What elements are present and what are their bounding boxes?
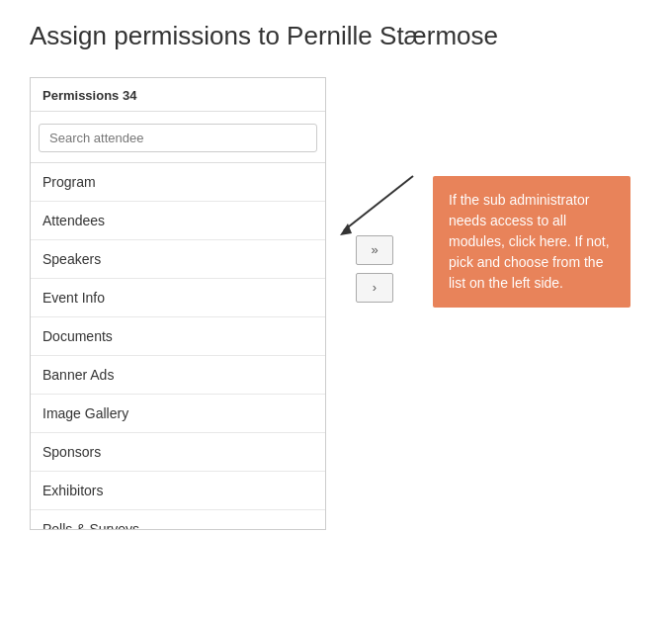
list-item[interactable]: Program	[31, 163, 325, 202]
panel-header: Permissions 34	[31, 78, 325, 112]
main-area: Permissions 34 ProgramAttendeesSpeakersE…	[30, 77, 642, 530]
list-item[interactable]: Speakers	[31, 240, 325, 279]
svg-line-0	[344, 176, 413, 230]
list-item[interactable]: Banner Ads	[31, 356, 325, 395]
permissions-panel: Permissions 34 ProgramAttendeesSpeakersE…	[30, 77, 326, 530]
right-area: » › If the sub administrator needs acces…	[326, 77, 630, 308]
list-item[interactable]: Image Gallery	[31, 395, 325, 433]
annotation-arrow	[334, 166, 423, 245]
search-input[interactable]	[39, 124, 317, 152]
search-wrap	[31, 112, 325, 163]
middle-buttons: » ›	[326, 235, 423, 303]
list-item[interactable]: Polls & Surveys	[31, 510, 325, 529]
tooltip-box: If the sub administrator needs access to…	[433, 176, 630, 308]
page-title: Assign permissions to Pernille Stærmose	[30, 20, 642, 53]
add-one-button[interactable]: ›	[356, 273, 393, 303]
list-item[interactable]: Exhibitors	[31, 472, 325, 510]
list-item[interactable]: Attendees	[31, 202, 325, 240]
list-item[interactable]: Event Info	[31, 279, 325, 317]
tooltip-text: If the sub administrator needs access to…	[449, 192, 610, 291]
list-item[interactable]: Sponsors	[31, 433, 325, 472]
permissions-list: ProgramAttendeesSpeakersEvent InfoDocume…	[31, 163, 325, 529]
list-item[interactable]: Documents	[31, 317, 325, 356]
